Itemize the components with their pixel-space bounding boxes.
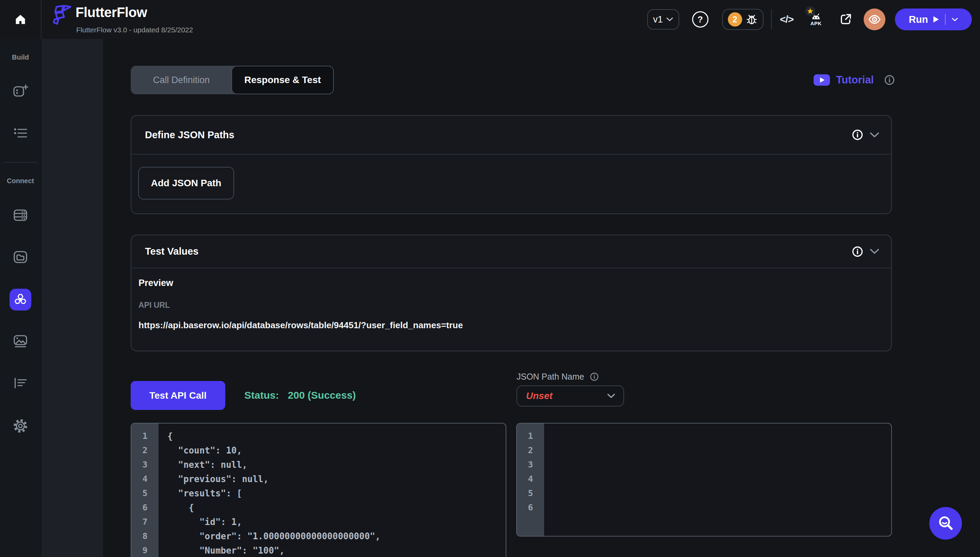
search-fab-button[interactable]	[929, 507, 962, 540]
home-button[interactable]	[0, 0, 41, 39]
line-number: 8	[131, 529, 159, 543]
line-number: 1	[131, 429, 159, 443]
tutorial-link-group: Tutorial	[814, 66, 895, 94]
status-row: Status: 200 (Success)	[244, 389, 356, 401]
code-line: "Number": "100",	[167, 543, 380, 557]
code-line: {	[167, 429, 380, 443]
line-number: 5	[131, 486, 159, 500]
card-header: Define JSON Paths	[131, 116, 891, 155]
line-number: 4	[517, 472, 544, 486]
code-line: "next": null,	[167, 458, 380, 472]
tab-call-definition[interactable]: Call Definition	[131, 66, 232, 94]
sidebar-item-settings[interactable]	[10, 415, 31, 437]
app-subtitle: FlutterFlow v3.0 - updated 8/25/2022	[76, 26, 193, 34]
info-icon[interactable]	[590, 372, 599, 381]
view-code-button[interactable]: </>	[780, 14, 793, 25]
version-label: v1	[653, 14, 663, 25]
run-label: Run	[909, 14, 928, 25]
sidebar-item-widget-tree[interactable]	[10, 122, 31, 144]
tab-response-and-test[interactable]: Response & Test	[231, 66, 334, 94]
card-title: Define JSON Paths	[145, 129, 852, 141]
card-title: Test Values	[145, 246, 852, 257]
info-icon[interactable]	[852, 246, 863, 257]
json-path-name-dropdown[interactable]: Unset	[516, 385, 624, 407]
code-line: "previous": null,	[167, 472, 380, 486]
card-body: Preview API URL https://api.baserow.io/a…	[131, 268, 891, 331]
preview-eye-button[interactable]	[864, 8, 886, 30]
tutorial-link[interactable]: Tutorial	[836, 74, 874, 86]
header-actions-divider	[771, 10, 772, 29]
sidebar-item-api-calls[interactable]	[10, 289, 31, 311]
youtube-icon[interactable]	[814, 74, 830, 86]
widget-tree-icon	[12, 125, 29, 141]
code-area[interactable]: { "count": 10, "next": null, "previous":…	[159, 423, 380, 557]
preview-label: Preview	[138, 278, 891, 288]
define-json-paths-card: Define JSON Paths Add JSON Path	[131, 115, 892, 214]
media-image-icon	[12, 333, 29, 350]
logs-icon	[12, 375, 29, 391]
card-body: Add JSON Path	[131, 167, 891, 200]
collapse-chevron-icon[interactable]	[870, 132, 879, 138]
help-button[interactable]: ?	[692, 11, 709, 28]
apk-label: APK	[810, 20, 821, 26]
line-number: 4	[131, 472, 159, 486]
line-number: 9	[131, 543, 159, 557]
header-actions: v1 ? 2 </>	[647, 0, 972, 39]
app-title: FlutterFlow	[76, 5, 147, 20]
line-number: 5	[517, 486, 544, 500]
test-api-call-button[interactable]: Test API Call	[131, 381, 225, 410]
info-icon[interactable]	[884, 75, 895, 85]
line-number: 2	[517, 443, 544, 458]
sidebar-section-build: Build	[0, 54, 41, 61]
home-icon	[14, 13, 27, 26]
api-url-value: https://api.baserow.io/api/database/rows…	[138, 320, 891, 331]
version-dropdown[interactable]: v1	[647, 9, 679, 29]
tab-group: Call Definition Response & Test	[131, 66, 334, 94]
line-number: 6	[517, 500, 544, 515]
line-number: 3	[131, 458, 159, 472]
sidebar-item-add-widget[interactable]	[10, 80, 31, 102]
question-mark-icon: ?	[698, 14, 703, 25]
header-divider	[41, 0, 42, 39]
sidebar-item-media-assets[interactable]	[10, 331, 31, 352]
nav-sidebar: Build Connect	[0, 39, 41, 557]
code-line: {	[167, 500, 380, 515]
add-widget-icon	[12, 83, 29, 99]
status-label: Status:	[244, 389, 279, 401]
code-line: "id": 1,	[167, 515, 380, 529]
sidebar-item-storage-folder[interactable]	[10, 246, 31, 268]
card-header: Test Values	[131, 235, 891, 268]
code-line: "results": [	[167, 486, 380, 500]
star-badge-icon	[805, 6, 815, 16]
json-path-result-editor[interactable]: 1 2 3 4 5 6	[516, 423, 892, 537]
download-apk-button[interactable]: APK	[806, 8, 826, 31]
json-path-name-row: JSON Path Name	[516, 372, 599, 382]
line-number: 2	[131, 443, 159, 458]
api-url-label: API URL	[138, 301, 891, 310]
secondary-panel	[42, 39, 103, 557]
run-options-chevron-icon[interactable]	[952, 18, 958, 21]
collapse-chevron-icon[interactable]	[870, 249, 879, 254]
sidebar-item-logs[interactable]	[10, 373, 31, 394]
sidebar-item-database[interactable]	[10, 204, 31, 226]
search-icon	[937, 515, 954, 532]
line-number-gutter: 1 2 3 4 5 6 7 8 9	[131, 423, 159, 557]
open-in-new-icon[interactable]	[839, 12, 853, 26]
sidebar-section-connect: Connect	[0, 177, 41, 185]
gear-icon	[12, 418, 29, 434]
json-path-name-label: JSON Path Name	[516, 372, 584, 382]
line-number: 3	[517, 458, 544, 472]
info-icon[interactable]	[852, 129, 863, 141]
chevron-down-icon	[607, 394, 615, 398]
response-json-editor[interactable]: 1 2 3 4 5 6 7 8 9 { "count": 10, "next":…	[131, 423, 506, 557]
app-header: FlutterFlow FlutterFlow v3.0 - updated 8…	[0, 0, 980, 39]
code-area[interactable]	[544, 423, 553, 536]
bug-icon	[746, 13, 758, 26]
line-number: 1	[517, 429, 544, 443]
flutterflow-logo-icon	[52, 4, 71, 32]
add-json-path-button[interactable]: Add JSON Path	[138, 167, 234, 200]
line-number-gutter: 1 2 3 4 5 6	[517, 423, 544, 536]
issues-button[interactable]: 2	[722, 9, 764, 30]
run-button[interactable]: Run	[895, 8, 972, 30]
run-button-divider	[945, 14, 946, 25]
